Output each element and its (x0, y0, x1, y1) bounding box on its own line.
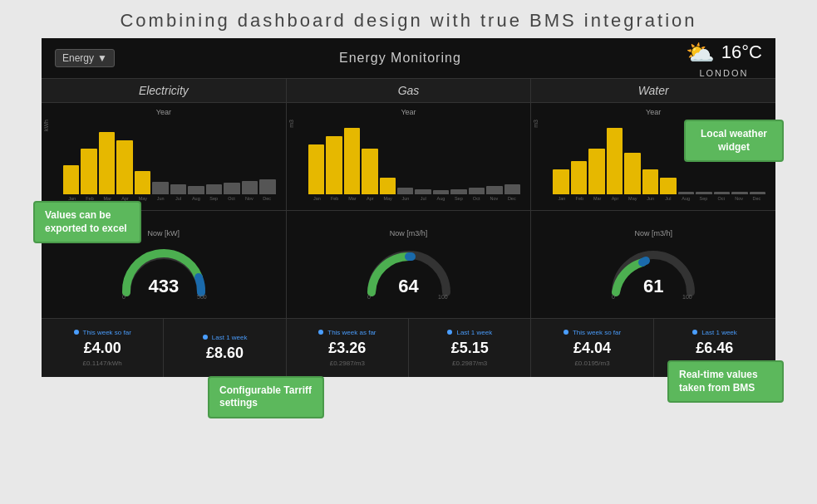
electricity-gauge-title: Now [kW] (148, 229, 180, 237)
svg-text:0: 0 (122, 294, 126, 300)
page-title: Combining dashboard design with true BMS… (0, 0, 817, 38)
electricity-stat-2: Last 1 week £8.60 (164, 319, 285, 377)
water-gauge-title: Now [m3/h] (634, 229, 672, 237)
bar-group (714, 192, 730, 194)
gas-stat-2-value: £5.15 (451, 340, 489, 357)
dot-icon (318, 330, 323, 335)
bar-group (152, 182, 168, 194)
weather-icon: ⛅ (686, 39, 715, 66)
water-x-labels: Jan Feb Mar Apr May Jun Jul Aug Sep Oct … (538, 196, 769, 201)
bar-group (571, 161, 587, 194)
bar-group (731, 192, 747, 194)
water-stat-2-value: £6.46 (696, 340, 733, 357)
gas-x-labels: Jan Feb Mar Apr May Jun Jul Aug Sep Oct … (293, 196, 524, 201)
callout-weather: Local weather widget (684, 120, 784, 162)
gas-stats: This week as far £3.26 £0.2987/m3 Last 1… (287, 319, 531, 377)
sections-row: Electricity Year kWh (42, 78, 775, 377)
bar-group (380, 178, 396, 194)
gas-gauge-title: Now [m3/h] (390, 229, 428, 237)
dashboard: Energy ▼ Energy Monitoring ⛅ 16°C LONDON… (42, 38, 775, 377)
gas-chart-title: Year (293, 108, 524, 116)
bar-group (81, 149, 96, 194)
electricity-stat-2-value: £8.60 (206, 345, 244, 362)
gas-y-label: m3 (288, 120, 294, 128)
electricity-stats: This week so far £4.00 £0.1147/kWh Last … (42, 319, 286, 377)
bar-group (642, 169, 658, 194)
bar-group (469, 188, 485, 194)
bar-group (99, 132, 115, 194)
bar-group (678, 192, 694, 194)
water-gauge-value: 61 (643, 276, 663, 297)
electricity-bars (48, 120, 279, 194)
electricity-stat-1: This week so far £4.00 £0.1147/kWh (42, 319, 164, 377)
top-bar: Energy ▼ Energy Monitoring ⛅ 16°C LONDON (42, 38, 775, 78)
gas-stat-1: This week as far £3.26 £0.2987/m3 (287, 319, 409, 377)
electricity-header: Electricity (42, 79, 286, 103)
bar-group (135, 171, 150, 194)
gas-chart: Year m3 (287, 103, 531, 211)
bar-group (308, 144, 324, 194)
bar-group (415, 189, 431, 194)
gas-bars (293, 120, 524, 194)
svg-text:100: 100 (682, 294, 692, 300)
energy-label: Energy (62, 52, 94, 64)
svg-text:100: 100 (438, 294, 448, 300)
bar-group (660, 178, 676, 194)
bar-group (486, 186, 502, 194)
sections-wrapper: Values can be exported to excel Local we… (42, 78, 775, 377)
dropdown-arrow: ▼ (97, 52, 107, 64)
svg-text:0: 0 (612, 294, 615, 300)
bar-group (607, 128, 623, 194)
svg-text:0: 0 (367, 294, 371, 300)
callout-excel: Values can be exported to excel (33, 201, 141, 243)
gas-stat-1-value: £3.26 (328, 340, 366, 357)
bar-group (624, 153, 640, 194)
bar-group (397, 188, 413, 194)
bar-group (588, 149, 604, 194)
water-chart-title: Year (538, 108, 769, 116)
bar-group (224, 183, 239, 194)
bar-group (326, 136, 342, 194)
electricity-gauge-value: 433 (148, 276, 179, 297)
dot-icon (203, 335, 208, 340)
water-stat-1-label: This week so far (564, 329, 621, 336)
bar-group (553, 169, 568, 194)
water-stat-2-label: Last 1 week (692, 329, 737, 336)
electricity-stat-1-rate: £0.1147/kWh (83, 360, 122, 367)
bar-group (433, 190, 449, 194)
bar-group (206, 184, 222, 194)
gas-stat-2-label: Last 1 week (447, 329, 492, 336)
bar-group (450, 189, 466, 194)
bar-group (504, 184, 520, 194)
bar-group (63, 165, 79, 194)
bar-group (170, 184, 186, 194)
gas-section: Gas Year m3 (287, 79, 532, 377)
gas-header: Gas (287, 79, 531, 103)
gas-gauge-value: 64 (398, 276, 418, 297)
bar-group (188, 186, 204, 194)
electricity-stat-2-label: Last 1 week (203, 334, 248, 341)
svg-text:500: 500 (197, 294, 207, 300)
gas-stat-1-rate: £0.2987/m3 (330, 360, 365, 367)
gas-stat-2-rate: £0.2987/m3 (452, 360, 487, 367)
electricity-stat-1-value: £4.00 (84, 340, 121, 357)
callout-tariff: Configurable Tarriff settings (208, 376, 324, 418)
water-stat-1-rate: £0.0195/m3 (574, 360, 609, 367)
bar-group (696, 192, 711, 194)
water-header: Water (531, 79, 775, 103)
electricity-chart: Year kWh (42, 103, 286, 211)
weather-city: LONDON (699, 68, 748, 78)
bar-group (116, 140, 132, 194)
bar-group (242, 181, 258, 194)
water-y-label: m3 (533, 120, 539, 128)
electricity-stat-1-label: This week so far (74, 329, 131, 336)
dot-icon (447, 330, 452, 335)
gas-stat-1-label: This week as far (318, 329, 376, 336)
bar-group (344, 128, 360, 194)
bar-group (750, 192, 765, 194)
dot-icon (692, 330, 697, 335)
dashboard-title: Energy Monitoring (339, 51, 461, 66)
energy-dropdown[interactable]: Energy ▼ (55, 49, 115, 67)
callout-bms: Real-time values taken from BMS (667, 360, 784, 403)
weather-temp: 16°C (721, 42, 762, 63)
